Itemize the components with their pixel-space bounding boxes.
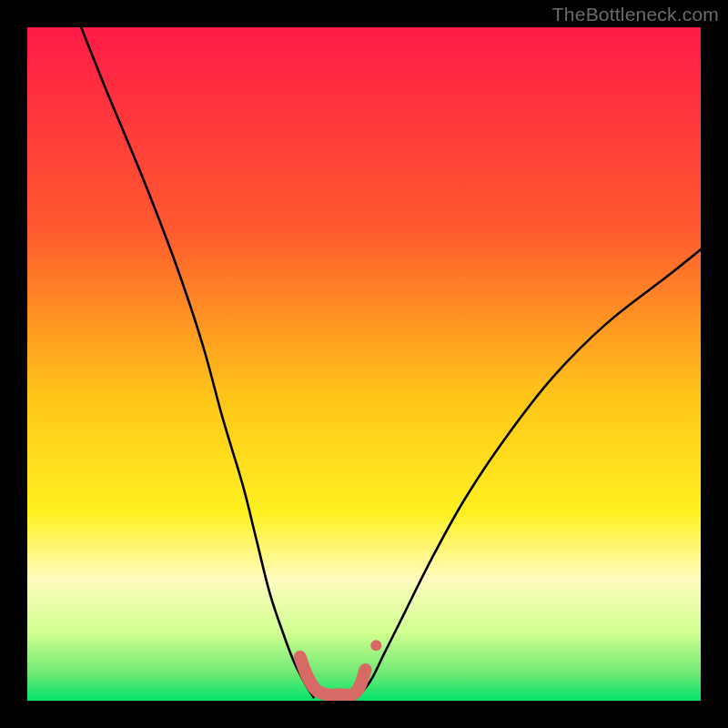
chart-svg bbox=[27, 27, 701, 701]
highlight-dot bbox=[370, 640, 381, 651]
watermark-text: TheBottleneck.com bbox=[552, 4, 719, 25]
plot-area bbox=[27, 27, 701, 701]
chart-frame: TheBottleneck.com bbox=[0, 0, 728, 728]
gradient-bg bbox=[27, 27, 701, 701]
